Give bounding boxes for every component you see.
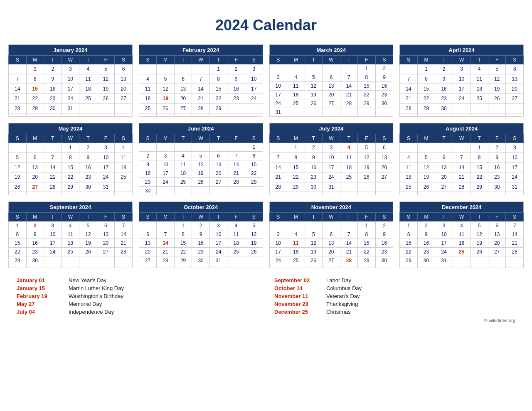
day-cell: 30 [305,182,323,192]
day-cell: 13 [375,153,393,162]
day-cell: 13 [26,162,44,172]
day-cell: 10 [97,153,115,162]
day-cell: 10 [44,230,62,239]
day-cell: 10 [506,153,524,162]
day-cell: 23 [192,248,210,256]
day-cell: 11 [287,82,305,91]
day-cell: 21 [192,94,210,103]
day-cell: 1 [174,221,192,230]
day-cell: 2 [305,143,323,153]
day-cell: 16 [79,162,97,172]
day-cell: 23 [375,248,393,256]
day-cell: 16 [139,169,157,178]
day-cell: 23 [44,94,62,103]
day-cell: 10 [323,153,340,162]
day-cell: 18 [62,239,79,248]
month-7: July 2024SMTWTFS123456789101112131415161… [269,123,394,195]
day-cell: 7 [340,73,358,82]
day-cell: 15 [358,82,376,91]
day-cell: 13 [488,230,506,239]
day-cell: 11 [62,230,79,239]
day-cell: 24 [269,99,287,108]
day-cell: 9 [375,73,393,82]
day-cell: 28 [44,182,62,192]
day-cell: 9 [305,153,323,162]
day-cell: 28 [400,103,418,113]
day-cell: 8 [358,230,376,239]
day-cell: 8 [417,74,435,84]
day-cell: 10 [269,82,287,91]
day-cell: 12 [157,84,175,94]
day-cell: 7 [453,153,470,162]
day-cell: 15 [470,162,488,172]
day-cell: 21 [400,94,418,103]
day-cell: 9 [26,230,44,239]
day-cell: 4 [340,143,358,153]
holiday-name: Memorial Day [69,301,102,307]
day-cell: 22 [209,94,227,103]
day-cell: 29 [358,99,376,108]
day-cell: 25 [400,182,418,192]
day-cell: 2 [79,143,97,153]
day-cell: 24 [245,94,263,103]
day-cell: 21 [340,248,358,256]
day-cell: 29 [209,103,227,113]
day-cell: 25 [79,94,97,103]
day-cell: 28 [227,178,245,187]
month-10: October 2024SMTWTFS123456789101112131415… [139,202,263,268]
day-cell: 24 [435,248,453,256]
day-cell: 14 [340,82,358,91]
day-cell: 8 [245,152,263,160]
holiday-date: January 01 [17,277,62,283]
day-cell: 25 [340,172,358,182]
day-cell: 27 [488,248,506,256]
day-cell: 12 [470,230,488,239]
day-cell: 30 [488,182,506,192]
day-cell: 3 [62,64,79,74]
day-cell: 2 [192,221,210,230]
day-cell: 10 [209,230,227,239]
holiday-date: May 27 [17,301,62,307]
day-cell: 16 [435,84,453,94]
day-cell: 12 [9,162,27,172]
day-cell: 2 [26,221,44,230]
day-cell: 13 [323,239,340,248]
day-cell: 10 [453,74,470,84]
day-cell: 17 [97,162,115,172]
day-cell: 23 [417,248,435,256]
day-cell: 27 [506,94,524,103]
day-cell: 17 [44,239,62,248]
day-cell: 1 [417,64,435,74]
day-cell: 23 [435,94,453,103]
day-cell: 17 [62,84,79,94]
day-cell: 25 [287,256,305,265]
day-cell: 5 [305,230,323,239]
day-cell: 27 [174,103,192,113]
day-cell: 7 [400,74,418,84]
day-cell: 7 [157,230,175,239]
day-cell: 22 [9,248,27,256]
day-cell: 8 [400,230,418,239]
day-cell: 10 [157,160,175,169]
day-cell: 27 [26,182,44,192]
day-cell: 4 [115,143,133,153]
day-cell: 7 [192,74,210,84]
day-cell: 14 [340,239,358,248]
day-cell: 2 [139,152,157,160]
day-cell: 23 [375,91,393,99]
day-cell: 25 [287,99,305,108]
day-cell: 2 [488,143,506,153]
day-cell: 18 [227,239,245,248]
day-cell: 25 [174,178,192,187]
month-11: November 2024SMTWTFS12345678910111213141… [269,202,394,268]
day-cell: 21 [340,91,358,99]
day-cell: 12 [79,230,97,239]
day-cell: 30 [26,256,44,265]
day-cell: 8 [26,74,44,84]
day-cell: 26 [417,182,435,192]
day-cell: 29 [62,182,79,192]
day-cell: 25 [453,248,470,256]
day-cell: 14 [227,160,245,169]
day-cell: 4 [453,221,470,230]
day-cell: 18 [470,84,488,94]
